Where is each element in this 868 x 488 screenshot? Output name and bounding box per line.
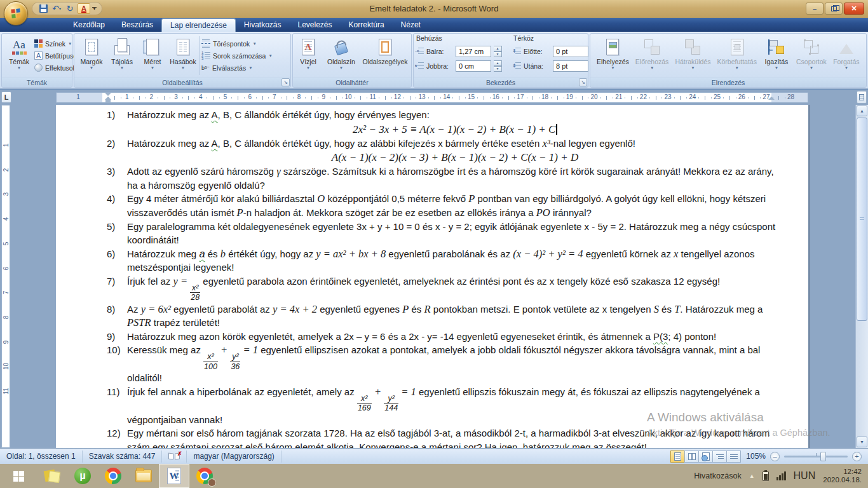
word-count[interactable]: Szavak száma: 447	[83, 451, 163, 463]
ribbon-tab-5[interactable]: Levelezés	[290, 18, 341, 32]
zoom-slider[interactable]	[784, 456, 848, 458]
ruler-toggle-icon	[859, 94, 864, 100]
zoom-in-icon[interactable]: +	[852, 452, 862, 461]
group-paragraph: Behúzás ⇥ Balra: 1,27 cm ▲▼ ⇤ Jobbra: 0 …	[413, 33, 588, 88]
tab-stop-selector[interactable]: L	[1, 92, 11, 103]
page-indicator[interactable]: Oldal: 1, összesen 1	[0, 451, 83, 463]
vertical-ruler[interactable]: 1234567891011	[1, 105, 10, 448]
taskbar-utor[interactable]: µ	[67, 464, 98, 488]
breaks-button[interactable]: Töréspontok▼	[201, 37, 273, 50]
draft-view-icon[interactable]	[726, 451, 741, 463]
taskbar-word-active[interactable]: W	[159, 464, 189, 488]
keyboard-language[interactable]: HUN	[794, 470, 816, 482]
left-indent-marker[interactable]	[105, 100, 111, 102]
ruler-toggle-button[interactable]	[857, 91, 867, 104]
tray-expand-icon[interactable]: ▲	[749, 473, 755, 479]
problem-item: 11)Írjuk fel annak a hiperbolának az egy…	[107, 385, 783, 426]
page-borders-icon	[375, 37, 395, 57]
clock[interactable]: 12:42 2020.04.18.	[823, 468, 862, 484]
file-explorer-icon	[135, 470, 152, 482]
zoom-out-icon[interactable]: –	[770, 452, 780, 461]
indent-header: Behúzás	[416, 34, 502, 42]
vertical-scrollbar[interactable]: ▲ ▼	[855, 105, 868, 448]
language-indicator[interactable]: magyar (Magyarország)	[187, 451, 281, 463]
battery-icon[interactable]	[763, 471, 769, 481]
indent-right-input[interactable]: 0 cm	[456, 60, 491, 72]
document-page[interactable]: 1)Határozzuk meg az A, B, C állandók ért…	[56, 105, 808, 448]
scrollbar-thumb[interactable]	[857, 118, 867, 321]
scroll-down-icon[interactable]: ▼	[857, 437, 867, 447]
problem-number: 3)	[107, 165, 127, 192]
taskbar-chrome[interactable]	[98, 464, 128, 488]
line-numbers-button[interactable]: 123 Sorok számozása▼	[201, 50, 273, 62]
horizontal-ruler[interactable]: 1123456789101112131415161718192021222324…	[56, 92, 808, 103]
ruler-number: 20	[590, 93, 597, 100]
redo-icon[interactable]: ↻	[64, 3, 76, 14]
profile-avatar	[208, 478, 216, 487]
proofing-status[interactable]: ✗	[162, 451, 187, 463]
margins-button[interactable]: Margók▼	[76, 35, 107, 76]
tray-time: 12:42	[843, 468, 862, 475]
problem-item: 5)Egy paralelogramma két oldalegyeneséne…	[107, 220, 783, 247]
indent-left-stepper[interactable]: ▲▼	[494, 46, 502, 57]
watermark-button[interactable]: A Vízjel▼	[294, 35, 322, 76]
position-button[interactable]: Elhelyezés▼	[595, 35, 631, 76]
orientation-button[interactable]: Tájolás▼	[107, 35, 137, 76]
paragraph-dialog-launcher[interactable]: ↘	[579, 78, 587, 86]
start-button[interactable]	[0, 464, 37, 488]
fullscreen-reading-view-icon[interactable]	[684, 451, 699, 463]
group-themes-label: Témák	[2, 78, 72, 87]
ruler-number: 3	[174, 93, 178, 100]
undo-icon[interactable]: ↶▾	[51, 3, 62, 14]
text-wrap-button: Körbefuttatás▼	[715, 35, 758, 76]
themes-button[interactable]: Aa Témák ▼	[4, 35, 34, 76]
minimize-button[interactable]: –	[806, 3, 824, 15]
ribbon-tab-1[interactable]: Kezdőlap	[65, 18, 113, 32]
ribbon-tab-2[interactable]: Beszúrás	[113, 18, 161, 32]
scroll-up-icon[interactable]: ▲	[857, 105, 867, 116]
columns-button[interactable]: Hasábok▼	[168, 35, 198, 76]
hyphenation-button[interactable]: bᵃ⁻ Elválasztás▼	[201, 62, 273, 74]
page-color-button[interactable]: Oldalszín▼	[325, 35, 358, 76]
align-button[interactable]: ⇐ Igazítás▼	[761, 35, 792, 76]
taskbar-file-explorer[interactable]	[128, 464, 159, 488]
ribbon-tab-3[interactable]: Lap elrendezése	[161, 18, 236, 32]
text-wrap-icon	[727, 37, 747, 57]
restore-button[interactable]	[825, 3, 843, 15]
indent-left-input[interactable]: 1,27 cm	[456, 46, 491, 57]
office-button[interactable]	[4, 1, 28, 25]
print-layout-view-icon[interactable]	[670, 451, 685, 463]
ruler-number: 24	[689, 93, 696, 100]
ribbon-tab-4[interactable]: Hivatkozás	[236, 18, 290, 32]
ribbon-tab-7[interactable]: Nézet	[393, 18, 429, 32]
first-line-indent-marker[interactable]	[105, 93, 111, 96]
theme-fonts-icon: A	[34, 51, 43, 60]
ribbon-tab-6[interactable]: Korrektúra	[341, 18, 393, 32]
zoom-slider-thumb[interactable]	[820, 452, 826, 461]
vertical-ruler-number: 9	[3, 338, 10, 346]
network-signal-icon[interactable]	[776, 471, 786, 480]
close-button[interactable]: ✕	[844, 3, 864, 15]
bring-forward-icon	[642, 37, 662, 57]
indent-right-stepper[interactable]: ▲▼	[494, 60, 502, 72]
page-setup-dialog-launcher[interactable]: ↘	[281, 78, 290, 86]
spacing-before-input[interactable]: 0 pt	[553, 46, 588, 57]
page-borders-button[interactable]: Oldalszegélyek	[360, 35, 410, 76]
outline-view-icon[interactable]	[712, 451, 727, 463]
qat-customize-icon[interactable]: ▾	[92, 7, 97, 10]
text-cursor	[556, 124, 557, 135]
ruler-number: 2	[150, 93, 154, 100]
font-color-icon[interactable]: A	[78, 3, 90, 14]
zoom-level[interactable]: 105%	[746, 452, 766, 461]
office-logo-icon	[11, 8, 20, 18]
web-layout-view-icon[interactable]	[698, 451, 713, 463]
save-icon[interactable]	[37, 3, 49, 14]
taskbar-sticky-notes[interactable]	[37, 464, 67, 488]
size-button[interactable]: Méret▼	[137, 35, 168, 76]
ribbon-tab-strip: KezdőlapBeszúrásLap elrendezéseHivatkozá…	[0, 18, 868, 32]
problem-item: 12)Egy mértani sor első három tagjának s…	[107, 426, 783, 448]
links-toolbar-label[interactable]: Hivatkozások	[694, 471, 741, 480]
spacing-after-input[interactable]: 8 pt	[553, 60, 588, 72]
system-tray: Hivatkozások ▲ HUN 12:42 2020.04.18.	[694, 464, 868, 488]
taskbar-chrome-profile[interactable]	[189, 464, 220, 488]
